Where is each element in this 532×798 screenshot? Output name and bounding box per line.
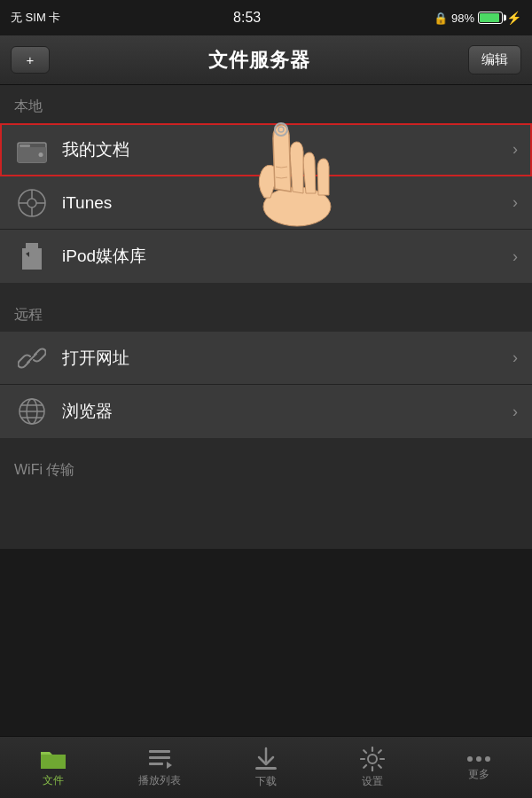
list-item-ipod[interactable]: iPod媒体库 ›: [0, 230, 532, 283]
tab-files-label: 文件: [43, 773, 64, 788]
gear-icon: [360, 747, 385, 771]
open-url-label: 打开网址: [62, 347, 512, 370]
ipod-label: iPod媒体库: [62, 245, 512, 268]
open-url-chevron: ›: [512, 348, 518, 367]
download-icon: [254, 747, 278, 771]
globe-icon: [14, 394, 50, 429]
svg-point-27: [485, 756, 490, 762]
svg-point-26: [476, 756, 481, 762]
itunes-icon: [14, 185, 50, 221]
battery-percent: 98%: [451, 12, 474, 25]
lightning-icon: ⚡: [506, 11, 521, 25]
tab-playlist[interactable]: 播放列表: [106, 737, 213, 798]
list-item-browser[interactable]: 浏览器 ›: [0, 385, 532, 438]
local-list-group: 我的文档 › iTunes ›: [0, 123, 532, 283]
tab-more-label: 更多: [468, 767, 489, 782]
drive-icon: [14, 132, 50, 168]
battery-icon: [478, 12, 503, 24]
itunes-chevron: ›: [512, 193, 518, 212]
status-bar: 无 SIM 卡 8:53 🔒 98% ⚡: [0, 0, 532, 35]
my-docs-chevron: ›: [512, 140, 518, 159]
tab-files[interactable]: 文件: [0, 737, 106, 798]
list-item-my-docs[interactable]: 我的文档 ›: [0, 123, 532, 176]
svg-rect-3: [20, 145, 30, 147]
svg-rect-19: [149, 750, 170, 753]
tab-more[interactable]: 更多: [426, 737, 532, 798]
tab-settings-label: 设置: [362, 774, 383, 789]
dots-icon: [466, 754, 491, 764]
svg-point-5: [27, 199, 36, 207]
tab-download-label: 下载: [255, 774, 277, 789]
battery-area: 🔒 98% ⚡: [434, 11, 521, 25]
edit-button[interactable]: 编辑: [468, 45, 521, 74]
svg-rect-23: [255, 767, 277, 770]
tab-bar: 文件 播放列表 下载 设置: [0, 736, 532, 798]
content-area: 本地 我的文档 ›: [0, 85, 532, 549]
svg-point-24: [368, 755, 377, 763]
folder-icon: [40, 747, 66, 771]
my-docs-label: 我的文档: [62, 138, 512, 161]
ipod-chevron: ›: [512, 247, 518, 266]
section-header-local: 本地: [0, 85, 532, 123]
ipod-icon: [14, 239, 50, 274]
remote-list-group: 打开网址 › 浏览器 ›: [0, 332, 532, 438]
navigation-bar: + 文件服务器 编辑: [0, 35, 532, 85]
svg-rect-21: [149, 763, 163, 765]
link-icon: [14, 340, 50, 376]
browser-chevron: ›: [512, 403, 518, 421]
itunes-label: iTunes: [62, 193, 512, 213]
add-button[interactable]: +: [11, 46, 50, 74]
list-item-itunes[interactable]: iTunes ›: [0, 176, 532, 230]
tab-playlist-label: 播放列表: [138, 773, 181, 788]
tab-settings[interactable]: 设置: [319, 737, 426, 798]
time-label: 8:53: [233, 10, 261, 26]
carrier-label: 无 SIM 卡: [11, 10, 60, 26]
browser-label: 浏览器: [62, 400, 512, 423]
section-header-remote: 远程: [0, 293, 532, 332]
page-title: 文件服务器: [208, 47, 310, 74]
svg-rect-20: [149, 756, 170, 759]
svg-point-2: [39, 153, 43, 157]
list-icon: [147, 747, 172, 771]
tab-download[interactable]: 下载: [213, 737, 319, 798]
section-header-wifi: WiFi 传输: [0, 449, 532, 487]
lock-icon: 🔒: [434, 12, 448, 25]
svg-marker-22: [167, 762, 172, 769]
svg-point-25: [467, 756, 473, 762]
list-item-open-url[interactable]: 打开网址 ›: [0, 332, 532, 385]
